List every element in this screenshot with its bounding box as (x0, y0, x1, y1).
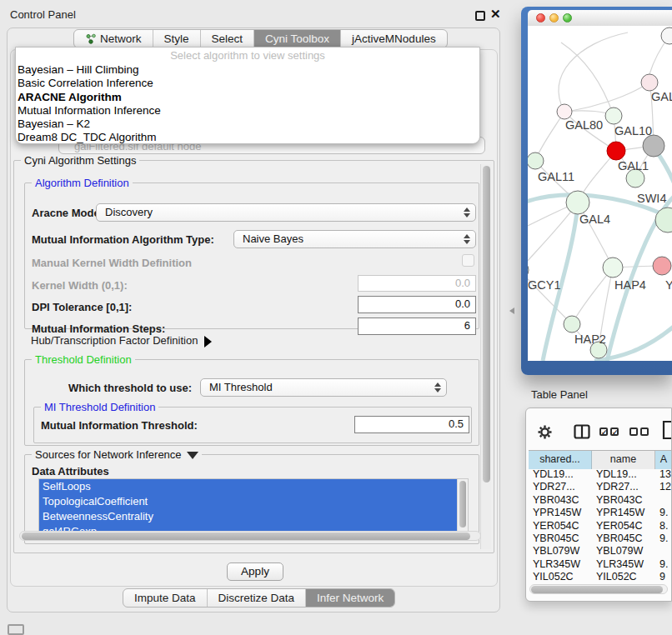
algorithm-option-bayesian-hill-climbing[interactable]: Bayesian – Hill Climbing (16, 63, 479, 77)
table-cell: YBR045C (596, 532, 643, 544)
algorithm-dropdown-placeholder: Select algorithm to view settings (16, 48, 479, 63)
tab-infer-network[interactable]: Infer Network (306, 589, 394, 607)
dpi-tolerance-label: DPI Tolerance [0,1]: (32, 301, 132, 313)
sources-title[interactable]: Sources for Network Inference (32, 448, 202, 461)
table-cell: YBR043C (596, 494, 643, 506)
which-threshold-combo[interactable]: MI Threshold (200, 378, 447, 397)
manual-kernel-width-label: Manual Kernel Width Definition (32, 257, 192, 269)
table-row[interactable]: YDL19...YDL19...13 (529, 468, 672, 481)
deselect-all-checkbox-icon[interactable] (629, 428, 638, 436)
apply-button[interactable]: Apply (227, 562, 283, 581)
network-node[interactable] (661, 28, 672, 44)
attribute-item-topologicalcoefficient[interactable]: TopologicalCoefficient (39, 494, 457, 509)
tab-network[interactable]: Network (74, 30, 153, 48)
algorithm-option-dream8-dc-tdc-algorithm[interactable]: Dream8 DC_TDC Algorithm (16, 131, 479, 144)
attribute-item-selfloops[interactable]: SelfLoops (39, 479, 457, 494)
close-traffic-light-icon[interactable] (536, 13, 545, 22)
table-row[interactable]: YER054CYER054C8. (529, 520, 672, 532)
table-cell: 12 (659, 481, 671, 492)
column-header-shared[interactable]: shared... (529, 451, 592, 469)
column-browser-icon[interactable] (574, 424, 590, 439)
network-node[interactable] (643, 135, 664, 157)
data-tools-tabbar: Impute DataDiscretize DataInfer Network (123, 588, 395, 608)
tab-style[interactable]: Style (153, 30, 201, 48)
algorithm-option-mutual-information-inference[interactable]: Mutual Information Inference (16, 104, 479, 118)
network-node-hap2[interactable] (564, 316, 580, 332)
tab-label: Select (212, 32, 243, 45)
algorithm-dropdown-list: Select algorithm to view settings Bayesi… (15, 47, 480, 144)
table-cell: 13 (659, 468, 671, 480)
table-row[interactable]: YIL052CYIL052C9 (529, 571, 672, 583)
select-all-checkbox-icon[interactable]: ✓ (610, 428, 619, 436)
kernel-width-label: Kernel Width (0,1): (32, 279, 128, 292)
algorithm-option-aracne-algorithm[interactable]: ARACNE Algorithm (16, 91, 479, 104)
table-row[interactable]: YLR345WYLR345W9. (529, 558, 672, 571)
cyni-algorithm-settings-title: Cyni Algorithm Settings (21, 154, 139, 167)
manual-kernel-width-checkbox[interactable] (462, 254, 474, 267)
node-label-swi4: SWI4 (637, 192, 666, 205)
collapsed-panel-button[interactable] (8, 624, 24, 635)
tab-impute-data[interactable]: Impute Data (123, 589, 208, 607)
algorithm-option-basic-correlation-inference[interactable]: Basic Correlation Inference (16, 77, 479, 90)
column-header-name[interactable]: name (592, 451, 655, 469)
tab-jactivemnodules[interactable]: jActiveMNodules (341, 30, 447, 48)
network-canvas[interactable]: GALGAL80GAL10GAL1GAL11GAL4SWI4GCY1HAP4YH… (528, 26, 672, 361)
combo-spinner-icon (463, 207, 470, 218)
network-node-gal11[interactable] (528, 152, 544, 169)
kernel-width-field[interactable]: 0.0 (358, 275, 476, 292)
mi-steps-field[interactable]: 6 (358, 318, 476, 335)
tab-discretize-data[interactable]: Discretize Data (208, 589, 307, 607)
table-horizontal-scrollbar[interactable] (529, 584, 668, 594)
table-cell: 9 (659, 571, 665, 582)
table-function-icon[interactable] (662, 420, 672, 440)
network-node-gal4[interactable] (566, 191, 589, 214)
table-row[interactable]: YPR145WYPR145W9. (529, 507, 672, 519)
tab-select[interactable]: Select (201, 30, 255, 48)
network-node-gal80[interactable] (557, 104, 572, 119)
splitter-collapse-icon[interactable] (509, 308, 514, 314)
network-node-y[interactable] (653, 257, 671, 275)
network-view-window: GALGAL80GAL10GAL1GAL11GAL4SWI4GCY1HAP4YH… (521, 7, 672, 375)
hub-definition-toggle[interactable]: Hub/Transcription Factor Definition (31, 334, 212, 348)
minimize-traffic-light-icon[interactable] (549, 13, 559, 22)
table-cell: 9. (659, 532, 668, 544)
network-window-titlebar[interactable] (528, 10, 672, 26)
table-row[interactable]: YBR045CYBR045C9. (529, 532, 672, 545)
table-cell: YDR27... (596, 481, 639, 492)
deselect-all-checkbox-icon[interactable] (640, 428, 649, 436)
column-header-a[interactable]: A (655, 451, 672, 469)
algorithm-definition-group: Algorithm Definition Aracne Mode: Discov… (24, 182, 479, 329)
attribute-item-betweennesscentrality[interactable]: BetweennessCentrality (39, 509, 457, 524)
node-label-gal80: GAL80 (565, 118, 603, 132)
mi-algorithm-type-combo[interactable]: Naive Bayes (233, 230, 476, 248)
float-window-icon[interactable] (475, 11, 485, 21)
zoom-traffic-light-icon[interactable] (563, 13, 572, 22)
table-row[interactable]: YBL079WYBL079W (529, 545, 672, 558)
network-node-gal[interactable] (641, 74, 658, 91)
select-all-checkbox-icon[interactable]: ✓ (599, 428, 608, 436)
close-icon[interactable]: ✕ (490, 7, 501, 22)
network-node-gal1[interactable] (607, 142, 625, 160)
settings-vertical-scrollbar[interactable] (480, 164, 491, 549)
gear-icon[interactable] (538, 425, 552, 439)
table-cell: YBL079W (596, 545, 643, 557)
network-node-gcy1[interactable] (528, 261, 529, 279)
node-label-gal4: GAL4 (579, 212, 610, 226)
aracne-mode-combo[interactable]: Discovery (96, 203, 476, 222)
algorithm-definition-title: Algorithm Definition (32, 177, 133, 189)
table-cell: YBR045C (533, 532, 579, 544)
tab-cyni-toolbox[interactable]: Cyni Toolbox (254, 30, 341, 48)
attributes-scrollbar[interactable] (457, 479, 468, 538)
tab-label: jActiveMNodules (352, 32, 436, 45)
mi-threshold-field[interactable]: 0.5 (354, 416, 469, 433)
dpi-tolerance-field[interactable]: 0.0 (358, 296, 476, 313)
algorithm-option-bayesian-k2[interactable]: Bayesian – K2 (16, 118, 479, 131)
network-node-gal10[interactable] (605, 108, 622, 124)
node-label-gal11: GAL11 (538, 170, 574, 183)
data-attributes-list[interactable]: SelfLoopsTopologicalCoefficientBetweenne… (38, 478, 469, 538)
table-cell: 9. (659, 507, 668, 518)
network-node-hap4[interactable] (603, 258, 623, 278)
settings-horizontal-scrollbar[interactable] (19, 531, 481, 541)
table-row[interactable]: YDR27...YDR27...12 (529, 481, 672, 493)
table-row[interactable]: YBR043CYBR043C (529, 494, 672, 507)
